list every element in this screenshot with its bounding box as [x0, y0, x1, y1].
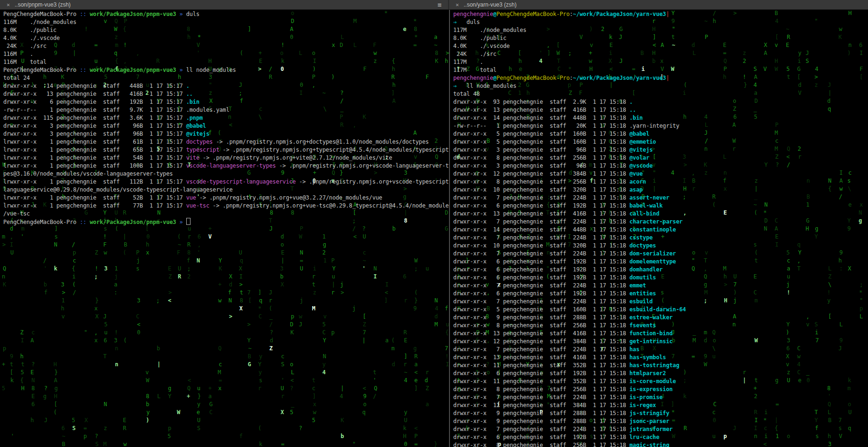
- terminal-output-left: PengChengdeMacBook-Pro :: work/PackageJs…: [0, 9, 449, 226]
- terminal-line: ⇒ ll node_modules: [453, 82, 868, 90]
- terminal-line: drwxr-xr-x 8 pengchengnie staff 256B 1 1…: [453, 322, 868, 330]
- terminal-line: drwxr-xr-x 7 pengchengnie staff 224B 1 1…: [453, 234, 868, 242]
- terminal-line: drwxr-xr-x 13 pengchengnie staff 416B 1 …: [453, 330, 868, 338]
- terminal-line: drwxr-xr-x 3 pengchengnie staff 96B 1 17…: [453, 162, 868, 170]
- terminal-line: drwxr-xr-x 7 pengchengnie staff 224B 1 1…: [453, 393, 868, 401]
- terminal-line: 4.0K ./.vscode: [3, 34, 449, 42]
- terminal-line: drwxr-xr-x 14 pengchengnie staff 448B 1 …: [3, 82, 449, 90]
- terminal-line: drwxr-xr-x 6 pengchengnie staff 192B 1 1…: [453, 266, 868, 274]
- left-pane-title: ..son/pnpm-vue3 (zsh): [15, 1, 70, 8]
- terminal-line: drwxr-xr-x 11 pengchengnie staff 352B 1 …: [453, 378, 868, 385]
- terminal-pane-yarn[interactable]: pengchengnie@PengChengdeMacBook-Pro:~/wo…: [450, 9, 868, 447]
- terminal-pane-pnpm[interactable]: PengChengdeMacBook-Pro :: work/PackageJs…: [0, 9, 449, 447]
- terminal-line: ⇒ duls: [453, 18, 868, 26]
- terminal-line: drwxr-xr-x 8 pengchengnie staff 256B 1 1…: [453, 178, 868, 186]
- terminal-line: drwxr-xr-x 11 pengchengnie staff 352B 1 …: [453, 362, 868, 370]
- terminal-line: 117M ./node_modules: [453, 26, 868, 34]
- terminal-line: drwxr-xr-x 13 pengchengnie staff 416B 1 …: [3, 90, 449, 98]
- terminal-line: 8.0K ./public: [453, 34, 868, 42]
- terminal-line: drwxr-xr-x 3 pengchengnie staff 96B 1 17…: [3, 130, 449, 138]
- terminal-line: drwxr-xr-x 13 pengchengnie staff 416B 1 …: [453, 210, 868, 218]
- terminal-line: 116M .: [3, 50, 449, 58]
- terminal-line: lrwxr-xr-x 1 pengchengnie staff 77B 1 17…: [3, 202, 449, 210]
- terminal-line: drwxr-xr-x 5 pengchengnie staff 160B 1 1…: [453, 130, 868, 138]
- terminal-line: drwxr-xr-x 8 pengchengnie staff 256B 1 1…: [453, 385, 868, 393]
- terminal-line: drwxr-xr-x 7 pengchengnie staff 224B 1 1…: [453, 346, 868, 354]
- terminal-line: pengchengnie@PengChengdeMacBook-Pro:~/wo…: [453, 10, 868, 18]
- terminal-line: PengChengdeMacBook-Pro :: work/PackageJs…: [3, 66, 449, 74]
- terminal-line: drwxr-xr-x 10 pengchengnie staff 320B 1 …: [453, 242, 868, 250]
- close-pane-icon[interactable]: ✕: [456, 0, 459, 9]
- terminal-line: drwxr-xr-x 8 pengchengnie staff 256B 1 1…: [453, 154, 868, 162]
- left-pane-titlebar[interactable]: ✕ ..son/pnpm-vue3 (zsh) ≡: [0, 0, 449, 9]
- right-pane-titlebar[interactable]: ✕ ..son/yarn-vue3 (zsh): [449, 0, 868, 9]
- terminal-line: -rw-r--r-- 1 pengchengnie staff 9.7K 1 1…: [3, 106, 449, 114]
- terminal-line: -rw-r--r-- 1 pengchengnie staff 20K 1 17…: [453, 122, 868, 130]
- terminal-line: drwxr-xr-x 6 pengchengnie staff 192B 1 1…: [453, 370, 868, 378]
- terminal-line: drwxr-xr-x 10 pengchengnie staff 320B 1 …: [453, 186, 868, 194]
- terminal-line: 117M total: [453, 66, 868, 74]
- terminal-line: lrwxr-xr-x 1 pengchengnie staff 61B 1 17…: [3, 138, 449, 146]
- terminal-line: 117M .: [453, 58, 868, 66]
- terminal-line: 116M ./node_modules: [3, 18, 449, 26]
- terminal-line: drwxr-xr-x 7 pengchengnie staff 224B 1 1…: [453, 298, 868, 306]
- terminal-line: drwxr-xr-x 13 pengchengnie staff 416B 1 …: [453, 106, 868, 114]
- terminal-line: drwxr-xr-x 9 pengchengnie staff 288B 1 1…: [453, 417, 868, 425]
- terminal-output-right: pengchengnie@PengChengdeMacBook-Pro:~/wo…: [450, 9, 868, 447]
- terminal-cursor: [186, 218, 190, 225]
- terminal-line: drwxr-xr-x 3 pengchengnie staff 96B 1 17…: [453, 146, 868, 154]
- terminal-line: drwxr-xr-x 7 pengchengnie staff 224B 1 1…: [453, 218, 868, 226]
- terminal-line: drwxr-xr-x 14 pengchengnie staff 448B 1 …: [453, 114, 868, 122]
- terminal-line: lrwxr-xr-x 1 pengchengnie staff 54B 1 17…: [3, 154, 449, 162]
- terminal-line: pes@3.16.0/node_modules/vscode-languages…: [3, 170, 449, 178]
- terminal-line: drwxr-xr-x 9 pengchengnie staff 288B 1 1…: [453, 314, 868, 322]
- terminal-line: drwxr-xr-x 12 pengchengnie staff 384B 1 …: [453, 338, 868, 346]
- terminal-line: /vue-tsc: [3, 210, 449, 218]
- terminal-line: total 48: [453, 90, 868, 98]
- pane-divider[interactable]: [449, 9, 450, 447]
- right-pane-title: ..son/yarn-vue3 (zsh): [464, 1, 517, 8]
- terminal-line: drwxr-xr-x 9 pengchengnie staff 288B 1 1…: [453, 409, 868, 417]
- hamburger-menu-icon[interactable]: ≡: [438, 0, 442, 9]
- terminal-line: pengchengnie@PengChengdeMacBook-Pro:~/wo…: [453, 74, 868, 82]
- terminal-line: 8.0K ./public: [3, 26, 449, 34]
- terminal-line: drwxr-xr-x 7 pengchengnie staff 224B 1 1…: [453, 250, 868, 258]
- terminal-line: 4.0K ./.vscode: [453, 42, 868, 50]
- terminal-line: 24K ./src: [453, 50, 868, 58]
- terminal-line: drwxr-xr-x 5 pengchengnie staff 160B 1 1…: [453, 138, 868, 146]
- terminal-line: total 24: [3, 74, 449, 82]
- terminal-line: languageservice@0.29.8/node_modules/vsco…: [3, 186, 449, 194]
- terminal-line: drwxr-xr-x 14 pengchengnie staff 448B 1 …: [453, 226, 868, 234]
- terminal-line: drwxr-xr-x 7 pengchengnie staff 224B 1 1…: [453, 282, 868, 290]
- terminal-line: drwxr-xr-x 8 pengchengnie staff 256B 1 1…: [453, 441, 868, 447]
- terminal-line: lrwxr-xr-x 1 pengchengnie staff 52B 1 17…: [3, 194, 449, 202]
- terminal-line: drwxr-xr-x 7 pengchengnie staff 224B 1 1…: [453, 194, 868, 202]
- terminal-line: drwxr-xr-x 7 pengchengnie staff 224B 1 1…: [453, 425, 868, 433]
- iterm-window: ✕ ..son/pnpm-vue3 (zsh) ≡ ✕ ..son/yarn-v…: [0, 0, 868, 447]
- terminal-line: drwxr-xr-x 6 pengchengnie staff 192B 1 1…: [3, 98, 449, 106]
- terminal-line: PengChengdeMacBook-Pro :: work/PackageJs…: [3, 10, 449, 18]
- terminal-line: drwxr-xr-x 3 pengchengnie staff 96B 1 17…: [3, 122, 449, 130]
- terminal-line: lrwxr-xr-x 1 pengchengnie staff 112B 1 1…: [3, 178, 449, 186]
- terminal-line: drwxr-xr-x 12 pengchengnie staff 384B 1 …: [453, 170, 868, 178]
- pane-titlebar-row: ✕ ..son/pnpm-vue3 (zsh) ≡ ✕ ..son/yarn-v…: [0, 0, 868, 10]
- terminal-line: drwxr-xr-x 6 pengchengnie staff 192B 1 1…: [453, 258, 868, 266]
- terminal-line: drwxr-xr-x 6 pengchengnie staff 192B 1 1…: [453, 274, 868, 282]
- terminal-line: drwxr-xr-x 93 pengchengnie staff 2.9K 1 …: [453, 98, 868, 106]
- terminal-line: drwxr-xr-x 6 pengchengnie staff 192B 1 1…: [453, 290, 868, 298]
- terminal-line: drwxr-xr-x 12 pengchengnie staff 384B 1 …: [453, 401, 868, 409]
- terminal-line: drwxr-xr-x 5 pengchengnie staff 160B 1 1…: [453, 306, 868, 314]
- terminal-line: drwxr-xr-x 6 pengchengnie staff 192B 1 1…: [453, 433, 868, 441]
- terminal-line: drwxr-xr-x 13 pengchengnie staff 416B 1 …: [453, 354, 868, 362]
- terminal-line: drwxr-xr-x 6 pengchengnie staff 192B 1 1…: [453, 202, 868, 210]
- close-pane-icon[interactable]: ✕: [7, 0, 10, 9]
- terminal-line: lrwxr-xr-x 1 pengchengnie staff 65B 1 17…: [3, 146, 449, 154]
- terminal-line: 24K ./src: [3, 42, 449, 50]
- terminal-line: drwxr-xr-x 115 pengchengnie staff 3.6K 1…: [3, 114, 449, 122]
- terminal-line: lrwxr-xr-x 1 pengchengnie staff 100B 1 1…: [3, 162, 449, 170]
- terminal-line: 116M total: [3, 58, 449, 66]
- terminal-line: PengChengdeMacBook-Pro :: work/PackageJs…: [3, 218, 449, 226]
